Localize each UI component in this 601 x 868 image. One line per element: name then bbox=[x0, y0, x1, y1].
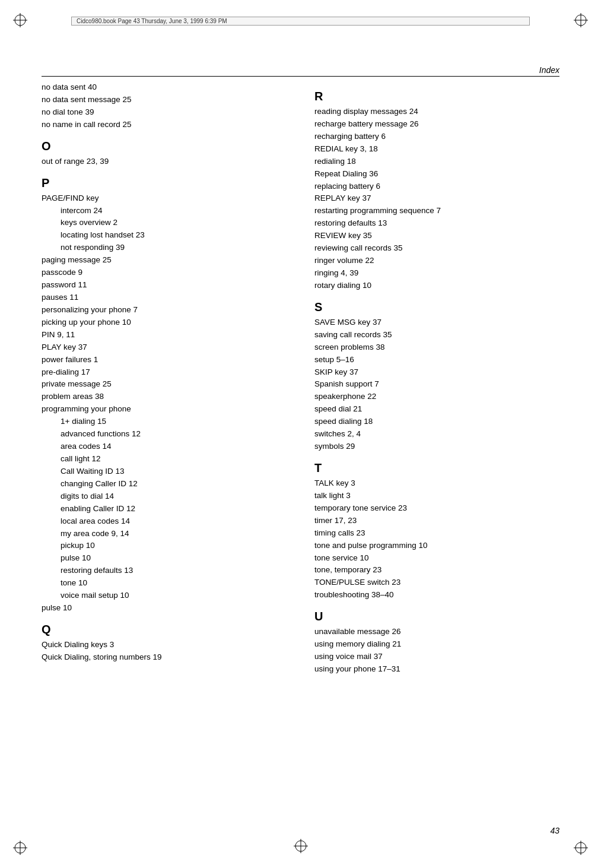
index-entry: screen problems 38 bbox=[314, 341, 559, 354]
index-entry: no data sent message 25 bbox=[42, 94, 291, 106]
index-entry: password 11 bbox=[42, 279, 291, 292]
index-entry: REDIAL key 3, 18 bbox=[314, 143, 559, 156]
index-entry: pre-dialing 17 bbox=[42, 366, 291, 379]
index-entry: temporary tone service 23 bbox=[314, 502, 559, 515]
index-letter-s: S bbox=[314, 300, 559, 314]
index-entry: PIN 9, 11 bbox=[42, 329, 291, 341]
index-entry: setup 5–16 bbox=[314, 354, 559, 366]
index-entry: timer 17, 23 bbox=[314, 515, 559, 527]
index-entry: using voice mail 37 bbox=[314, 651, 559, 663]
index-entry: PAGE/FIND key bbox=[42, 192, 291, 205]
index-entry: pickup 10 bbox=[42, 540, 291, 552]
index-entry: TONE/PULSE switch 23 bbox=[314, 576, 559, 589]
index-entry: local area codes 14 bbox=[42, 515, 291, 528]
index-entry: call light 12 bbox=[42, 453, 291, 465]
index-entry: personalizing your phone 7 bbox=[42, 304, 291, 316]
index-entry: pulse 10 bbox=[42, 552, 291, 565]
index-entry: PLAY key 37 bbox=[42, 341, 291, 354]
index-entry: enabling Caller ID 12 bbox=[42, 503, 291, 515]
index-entry: recharge battery message 26 bbox=[314, 118, 559, 131]
reg-mark-tr bbox=[574, 13, 588, 27]
index-entry: restoring defaults 13 bbox=[314, 217, 559, 230]
index-entry: no data sent 40 bbox=[42, 81, 291, 94]
index-entry: troubleshooting 38–40 bbox=[314, 589, 559, 601]
index-entry: passcode 9 bbox=[42, 267, 291, 279]
index-entry: pauses 11 bbox=[42, 292, 291, 304]
right-column: Rreading display messages 24recharge bat… bbox=[314, 81, 559, 676]
index-entry: out of range 23, 39 bbox=[42, 156, 291, 168]
index-entry: not responding 39 bbox=[42, 242, 291, 254]
reg-mark-bottom-center bbox=[294, 839, 308, 855]
index-entry: tone and pulse programming 10 bbox=[314, 540, 559, 552]
index-entry: recharging battery 6 bbox=[314, 131, 559, 143]
index-entry: speakerphone 22 bbox=[314, 391, 559, 403]
filename-bar: Cidco980.book Page 43 Thursday, June 3, … bbox=[71, 17, 530, 26]
index-entry: tone 10 bbox=[42, 577, 291, 590]
main-content: no data sent 40no data sent message 25no… bbox=[42, 81, 559, 676]
index-entry: Repeat Dialing 36 bbox=[314, 168, 559, 180]
page-number: 43 bbox=[550, 826, 559, 835]
index-letter-q: Q bbox=[42, 623, 291, 636]
index-entry: restarting programming sequence 7 bbox=[314, 205, 559, 217]
index-entry: ringer volume 22 bbox=[314, 255, 559, 267]
reg-mark-br bbox=[574, 841, 588, 855]
index-entry: voice mail setup 10 bbox=[42, 590, 291, 602]
index-entry: power failures 1 bbox=[42, 354, 291, 366]
index-entry: area codes 14 bbox=[42, 441, 291, 453]
index-entry: REPLAY key 37 bbox=[314, 192, 559, 205]
index-entry: paging message 25 bbox=[42, 254, 291, 267]
index-entry: TALK key 3 bbox=[314, 477, 559, 490]
header-rule bbox=[42, 76, 559, 77]
index-entry: using memory dialing 21 bbox=[314, 638, 559, 651]
index-entry: intercom 24 bbox=[42, 205, 291, 217]
index-entry: problem areas 38 bbox=[42, 391, 291, 403]
index-entry: unavailable message 26 bbox=[314, 626, 559, 638]
index-entry: private message 25 bbox=[42, 378, 291, 391]
index-entry: 1+ dialing 15 bbox=[42, 416, 291, 428]
index-entry: programming your phone bbox=[42, 403, 291, 416]
index-entry: pulse 10 bbox=[42, 602, 291, 614]
page: Cidco980.book Page 43 Thursday, June 3, … bbox=[0, 0, 601, 868]
index-entry: reading display messages 24 bbox=[314, 106, 559, 118]
index-entry: advanced functions 12 bbox=[42, 428, 291, 441]
index-entry: timing calls 23 bbox=[314, 527, 559, 540]
left-column: no data sent 40no data sent message 25no… bbox=[42, 81, 291, 676]
index-entry: no name in call record 25 bbox=[42, 119, 291, 131]
index-entry: saving call records 35 bbox=[314, 329, 559, 341]
index-letter-r: R bbox=[314, 90, 559, 103]
index-entry: reviewing call records 35 bbox=[314, 242, 559, 255]
index-entry: changing Caller ID 12 bbox=[42, 478, 291, 490]
header: Index bbox=[42, 65, 559, 77]
index-entry: rotary dialing 10 bbox=[314, 280, 559, 292]
index-entry: digits to dial 14 bbox=[42, 490, 291, 503]
index-entry: speed dial 21 bbox=[314, 403, 559, 416]
index-letter-t: T bbox=[314, 461, 559, 475]
index-entry: keys overview 2 bbox=[42, 217, 291, 229]
index-entry: restoring defaults 13 bbox=[42, 565, 291, 577]
index-letter-o: O bbox=[42, 140, 291, 153]
index-entry: switches 2, 4 bbox=[314, 428, 559, 441]
index-entry: redialing 18 bbox=[314, 156, 559, 168]
index-entry: Call Waiting ID 13 bbox=[42, 465, 291, 478]
index-letter-u: U bbox=[314, 610, 559, 623]
index-entry: SAVE MSG key 37 bbox=[314, 316, 559, 329]
index-entry: Quick Dialing keys 3 bbox=[42, 639, 291, 651]
index-entry: tone, temporary 23 bbox=[314, 564, 559, 576]
index-entry: symbols 29 bbox=[314, 441, 559, 453]
index-entry: picking up your phone 10 bbox=[42, 316, 291, 329]
index-entry: REVIEW key 35 bbox=[314, 230, 559, 242]
index-entry: Spanish support 7 bbox=[314, 378, 559, 391]
index-entry: locating lost handset 23 bbox=[42, 229, 291, 242]
index-entry: using your phone 17–31 bbox=[314, 663, 559, 676]
index-entry: Quick Dialing, storing numbers 19 bbox=[42, 651, 291, 664]
header-top: Index bbox=[42, 65, 559, 76]
reg-mark-bl bbox=[13, 841, 27, 855]
index-letter-p: P bbox=[42, 176, 291, 190]
reg-mark-tl bbox=[13, 13, 27, 27]
index-entry: talk light 3 bbox=[314, 490, 559, 502]
index-entry: tone service 10 bbox=[314, 552, 559, 565]
index-entry: speed dialing 18 bbox=[314, 416, 559, 428]
index-entry: ringing 4, 39 bbox=[314, 267, 559, 280]
index-entry: my area code 9, 14 bbox=[42, 528, 291, 540]
index-entry: replacing battery 6 bbox=[314, 180, 559, 193]
